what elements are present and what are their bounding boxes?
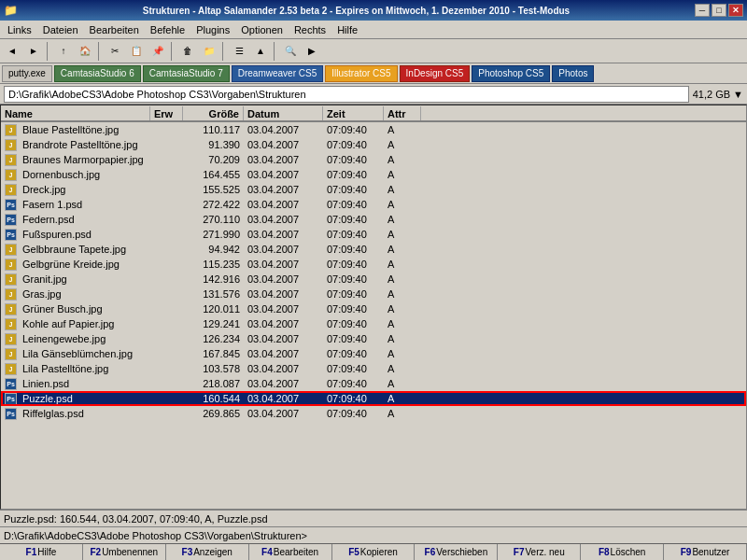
toolbar-home[interactable]: 🏠: [75, 42, 95, 61]
table-row[interactable]: JGelbgrüne Kreide.jpg115.23503.04.200707…: [1, 257, 746, 272]
cell-ext-3: [150, 167, 183, 182]
menu-item-bearbeiten[interactable]: Bearbeiten: [84, 21, 145, 38]
toolbar-back[interactable]: ◄: [2, 42, 22, 61]
menu-item-rechts[interactable]: Rechts: [289, 21, 331, 38]
address-input[interactable]: [4, 86, 689, 103]
table-row[interactable]: JBlaue Pastelltöne.jpg110.11703.04.20070…: [1, 122, 746, 137]
cell-attr-9: A: [384, 257, 421, 272]
cell-time-12: 07:09:40: [323, 301, 384, 316]
table-row[interactable]: JKohle auf Papier.jpg129.24103.04.200707…: [1, 316, 746, 331]
menu-item-optionen[interactable]: Optionen: [235, 21, 289, 38]
table-row[interactable]: PsFedern.psd270.11003.04.200707:09:40A: [1, 212, 746, 227]
bookmark-putty.exe[interactable]: putty.exe: [2, 65, 52, 82]
bookmark-indesign-cs5[interactable]: InDesign CS5: [400, 65, 471, 82]
table-row[interactable]: PsFasern 1.psd272.42203.04.200707:09:40A: [1, 197, 746, 212]
cell-size-10: 142.916: [183, 272, 244, 287]
fn-number: F8: [599, 547, 610, 557]
menu-item-dateien[interactable]: Dateien: [37, 21, 84, 38]
file-name: Federn.psd: [22, 214, 75, 225]
maximize-button[interactable]: □: [712, 4, 726, 17]
fn-key-f7[interactable]: F7Verz. neu: [498, 544, 581, 561]
toolbar-view[interactable]: ☰: [229, 42, 249, 61]
table-row[interactable]: JLeinengewebe.jpg126.23403.04.200707:09:…: [1, 331, 746, 346]
toolbar-paste[interactable]: 📌: [148, 42, 168, 61]
bookmark-photoshop-cs5[interactable]: Photoshop CS5: [472, 65, 550, 82]
fn-key-f3[interactable]: F3Anzeigen: [166, 544, 249, 561]
fn-key-f4[interactable]: F4Bearbeiten: [249, 544, 332, 561]
toolbar-sort[interactable]: ▲: [250, 42, 271, 61]
bookmark-camtasiastudio-7[interactable]: CamtasiaStudio 7: [143, 65, 230, 82]
psd-icon: Ps: [5, 408, 17, 420]
table-row[interactable]: PsPuzzle.psd160.54403.04.200707:09:40A: [1, 391, 746, 406]
fn-key-f9[interactable]: F9Benutzer: [664, 544, 747, 561]
bookmark-illustrator-cs5[interactable]: Illustrator CS5: [325, 65, 397, 82]
file-rows: JBlaue Pastelltöne.jpg110.11703.04.20070…: [1, 122, 746, 421]
toolbar-search[interactable]: 🔍: [280, 42, 301, 61]
table-row[interactable]: JGras.jpg131.57603.04.200707:09:40A: [1, 287, 746, 301]
fn-key-f6[interactable]: F6Verschieben: [415, 544, 498, 561]
titlebar-title: Strukturen - Altap Salamander 2.53 beta …: [143, 6, 570, 16]
toolbar-cut[interactable]: ✂: [105, 42, 125, 61]
menu-item-hilfe[interactable]: Hilfe: [331, 21, 363, 38]
fn-label: Kopieren: [360, 547, 398, 557]
table-row[interactable]: PsLinien.psd218.08703.04.200707:09:40A: [1, 376, 746, 391]
file-name: Gras.jpg: [22, 288, 62, 300]
menu-item-befehle[interactable]: Befehle: [145, 21, 190, 38]
cell-time-18: 07:09:40: [323, 391, 384, 406]
window-controls: ─ □ ✕: [695, 4, 743, 17]
cell-name-13: JKohle auf Papier.jpg: [1, 316, 150, 331]
table-row[interactable]: JLila Gänseblümchen.jpg167.84503.04.2007…: [1, 346, 746, 361]
table-row[interactable]: JGranit.jpg142.91603.04.200707:09:40A: [1, 272, 746, 287]
toolbar-copy[interactable]: 📋: [126, 42, 147, 61]
cell-name-19: PsRiffelglas.psd: [1, 406, 150, 421]
fn-key-f1[interactable]: F1Hilfe: [0, 544, 83, 561]
col-header-size[interactable]: Größe: [183, 106, 244, 120]
fn-key-f5[interactable]: F5Kopieren: [332, 544, 416, 561]
cell-ext-1: [150, 137, 183, 152]
cell-ext-11: [150, 287, 183, 301]
cell-name-17: PsLinien.psd: [1, 376, 150, 391]
toolbar-terminal[interactable]: ▶: [302, 42, 322, 61]
table-row[interactable]: JBrandrote Pastelltöne.jpg91.39003.04.20…: [1, 137, 746, 152]
cell-date-0: 03.04.2007: [244, 122, 323, 137]
fn-number: F7: [514, 547, 525, 557]
close-button[interactable]: ✕: [728, 4, 743, 17]
toolbar-up[interactable]: ↑: [53, 42, 74, 61]
col-header-ext[interactable]: Erw: [150, 106, 183, 120]
table-row[interactable]: PsFußspuren.psd271.99003.04.200707:09:40…: [1, 227, 746, 242]
cell-date-7: 03.04.2007: [244, 227, 323, 242]
status-bar-1: Puzzle.psd: 160.544, 03.04.2007, 07:09:4…: [0, 510, 747, 526]
table-row[interactable]: JGelbbraune Tapete.jpg94.94203.04.200707…: [1, 242, 746, 257]
table-row[interactable]: JLila Pastelltöne.jpg103.57803.04.200707…: [1, 361, 746, 376]
col-header-time[interactable]: Zeit: [323, 106, 384, 120]
cell-attr-2: A: [384, 152, 421, 167]
cell-attr-14: A: [384, 331, 421, 346]
table-row[interactable]: JBraunes Marmorpapier.jpg70.20903.04.200…: [1, 152, 746, 167]
jpg-icon: J: [5, 288, 17, 301]
jpg-icon: J: [5, 184, 17, 196]
fnkeys-bar: F1HilfeF2UmbenennenF3AnzeigenF4Bearbeite…: [0, 543, 747, 560]
bookmark-photos[interactable]: Photos: [552, 65, 594, 82]
fn-key-f8[interactable]: F8Löschen: [581, 544, 664, 561]
toolbar-forward[interactable]: ►: [23, 42, 44, 61]
col-header-attr[interactable]: Attr: [384, 106, 421, 120]
table-row[interactable]: JDreck.jpg155.52503.04.200707:09:40A: [1, 182, 746, 197]
col-header-name[interactable]: Name: [1, 106, 150, 120]
table-row[interactable]: JDornenbusch.jpg164.45503.04.200707:09:4…: [1, 167, 746, 182]
table-row[interactable]: PsRiffelglas.psd269.86503.04.200707:09:4…: [1, 406, 746, 421]
menu-item-links[interactable]: Links: [2, 21, 37, 38]
minimize-button[interactable]: ─: [695, 4, 710, 17]
col-header-date[interactable]: Datum: [244, 106, 323, 120]
jpg-icon: J: [5, 363, 17, 375]
fn-key-f2[interactable]: F2Umbenennen: [83, 544, 166, 561]
menu-item-plugins[interactable]: Plugins: [190, 21, 235, 38]
file-name: Blaue Pastelltöne.jpg: [22, 124, 119, 135]
toolbar-delete[interactable]: 🗑: [177, 42, 198, 61]
toolbar-newfolder[interactable]: 📁: [199, 42, 219, 61]
toolbar-sep5: [274, 42, 277, 61]
table-row[interactable]: JGrüner Busch.jpg120.01103.04.200707:09:…: [1, 301, 746, 316]
bookmark-dreamweaver-cs5[interactable]: Dreamweaver CS5: [232, 65, 323, 82]
cell-size-13: 129.241: [183, 316, 244, 331]
bookmark-camtasiastudio-6[interactable]: CamtasiaStudio 6: [54, 65, 141, 82]
file-list-scroll[interactable]: Name Erw Größe Datum Zeit Attr JBlaue Pa…: [1, 105, 746, 509]
